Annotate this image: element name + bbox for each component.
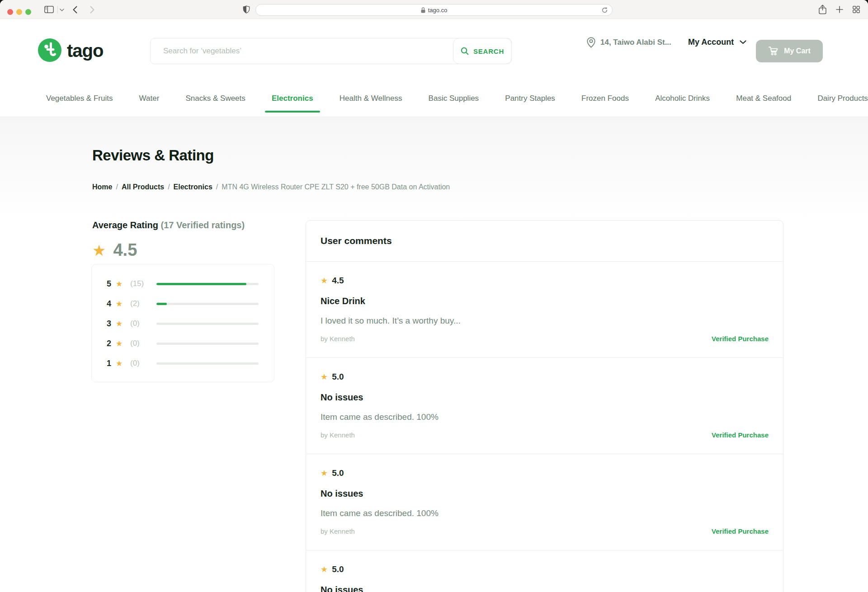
share-icon[interactable] (819, 5, 826, 14)
star-icon: ★ (116, 339, 130, 348)
tab-overview-icon[interactable] (853, 6, 860, 13)
chevron-down-icon (740, 40, 746, 44)
chrome-divider (57, 6, 58, 14)
nav-item[interactable]: Vegetables & Fruits (46, 93, 113, 104)
rating-bar-track (156, 362, 259, 365)
logo-wordmark[interactable]: tago (67, 41, 103, 61)
window-close-button[interactable] (7, 9, 13, 15)
rating-distribution-row: 4 ★ (2) (107, 294, 259, 314)
review-item: ★ 4.5 Nice Drink I loved it so much. It’… (306, 262, 783, 358)
browser-window: tago.co tago (0, 0, 868, 592)
review-rating-row: ★ 5.0 (321, 468, 769, 479)
page-title: Reviews & Rating (92, 147, 214, 164)
nav-item-label: Frozen Foods (581, 94, 629, 103)
review-item: ★ 5.0 No issues Item came as described. … (306, 358, 783, 454)
average-rating-heading: Average Rating (17 Verified ratings) (92, 219, 245, 231)
rating-bar-track (156, 343, 259, 345)
review-author: by Kenneth (321, 526, 355, 536)
my-account-menu[interactable]: My Account (688, 19, 746, 66)
nav-item[interactable]: Snacks & Sweets (186, 93, 245, 104)
nav-item-label: Pantry Staples (505, 94, 555, 103)
cart-label: My Cart (784, 47, 811, 55)
window-zoom-button[interactable] (25, 9, 31, 15)
rating-bar-fill (156, 283, 246, 285)
star-icon: ★ (321, 275, 328, 286)
breadcrumb-link[interactable]: Home (92, 182, 112, 193)
nav-item[interactable]: Basic Supplies (429, 93, 479, 104)
nav-item-label: Snacks & Sweets (186, 94, 245, 103)
cart-icon (768, 46, 779, 56)
review-author: by Kenneth (321, 430, 355, 440)
nav-item-label: Alcoholic Drinks (655, 94, 710, 103)
privacy-shield-icon[interactable] (243, 5, 250, 14)
rating-count: (0) (130, 359, 156, 368)
search-button-label: SEARCH (473, 47, 504, 55)
rating-distribution-panel: 5 ★ (15) 4 ★ (2) 3 (91, 264, 274, 382)
window-minimize-button[interactable] (16, 9, 22, 15)
rating-count: (0) (130, 339, 156, 348)
rating-distribution-row: 2 ★ (0) (107, 334, 259, 353)
rating-distribution-row: 1 ★ (0) (107, 353, 259, 373)
delivery-location[interactable]: 14, Taiwo Alabi St... (586, 19, 671, 66)
account-label: My Account (688, 38, 734, 47)
nav-item-label: Meat & Seafood (736, 94, 791, 103)
verified-ratings-count: (17 Verified ratings) (161, 220, 245, 230)
reload-icon[interactable] (601, 7, 608, 14)
tago-logo-icon[interactable] (38, 38, 61, 62)
sidebar-toggle-icon[interactable] (44, 6, 54, 13)
nav-item[interactable]: Meat & Seafood (736, 93, 791, 104)
star-level: 5 (107, 279, 116, 289)
url-text: tago.co (428, 7, 448, 14)
address-bar[interactable]: tago.co (255, 4, 613, 16)
chevron-down-icon[interactable] (60, 9, 64, 11)
nav-item-label: Basic Supplies (429, 94, 479, 103)
review-body: Item came as described. 100% (321, 507, 769, 519)
browser-chrome: tago.co (0, 0, 868, 19)
my-cart-button[interactable]: My Cart (756, 40, 823, 62)
nav-item[interactable]: Alcoholic Drinks (655, 93, 710, 104)
nav-item[interactable]: Health & Wellness (340, 93, 402, 104)
review-meta-row: by Kenneth Verified Purchase (321, 526, 769, 536)
rating-count: (15) (130, 279, 156, 288)
location-text: 14, Taiwo Alabi St... (600, 38, 671, 47)
review-item: ★ 5.0 No issues (306, 550, 783, 592)
nav-item[interactable]: Electronics (272, 93, 313, 104)
star-icon: ★ (116, 279, 130, 289)
verified-purchase-badge: Verified Purchase (712, 334, 769, 344)
nav-item[interactable]: Frozen Foods (581, 93, 629, 104)
user-comments-panel: User comments ★ 4.5 Nice Drink I loved i… (306, 220, 783, 592)
review-item: ★ 5.0 No issues Item came as described. … (306, 454, 783, 550)
star-icon: ★ (321, 371, 328, 382)
nav-item-label: Electronics (272, 94, 313, 103)
back-button[interactable] (73, 6, 77, 14)
search-icon (461, 47, 469, 55)
rating-bar-fill (156, 303, 167, 305)
average-rating-value-row: ★ 4.5 (92, 240, 137, 260)
star-level: 4 (107, 299, 116, 309)
review-body: Item came as described. 100% (321, 411, 769, 423)
review-title: No issues (321, 391, 769, 403)
star-icon: ★ (321, 564, 328, 575)
star-level: 1 (107, 359, 116, 368)
star-icon: ★ (321, 468, 328, 479)
breadcrumb-separator: / (216, 182, 218, 193)
page-content: tago SEARCH 14, Taiwo Alabi St... My Acc… (0, 19, 868, 592)
nav-item-label: Health & Wellness (340, 94, 402, 103)
rating-bar-track (156, 303, 259, 305)
forward-button[interactable] (90, 6, 94, 14)
average-rating-value: 4.5 (113, 240, 137, 260)
verified-purchase-badge: Verified Purchase (712, 430, 769, 440)
rating-bar-track (156, 323, 259, 325)
nav-item-label: Vegetables & Fruits (46, 94, 113, 103)
nav-item[interactable]: Dairy Products (817, 93, 868, 104)
breadcrumb-link[interactable]: All Products (122, 182, 164, 193)
search-button[interactable]: SEARCH (453, 38, 512, 64)
nav-item[interactable]: Pantry Staples (505, 93, 555, 104)
site-header: tago SEARCH 14, Taiwo Alabi St... My Acc… (0, 19, 868, 66)
breadcrumb-link[interactable]: Electronics (174, 182, 212, 193)
review-body: I loved it so much. It’s a worthy buy... (321, 315, 769, 327)
rating-distribution-row: 3 ★ (0) (107, 314, 259, 334)
nav-item[interactable]: Water (139, 93, 160, 104)
review-rating-row: ★ 5.0 (321, 564, 769, 575)
new-tab-icon[interactable] (836, 6, 843, 13)
